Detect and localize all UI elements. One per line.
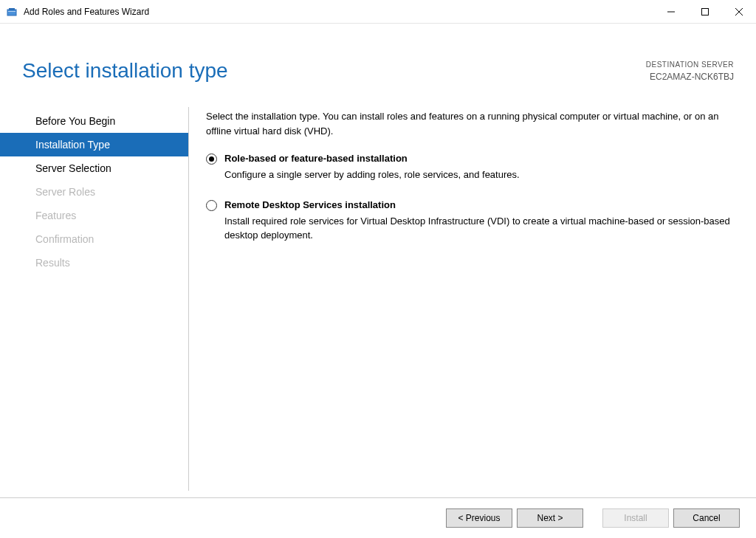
main-content: Select the installation type. You can in… — [188, 106, 734, 497]
option-text: Role-based or feature-based installation… — [224, 151, 734, 182]
sidebar: Before You Begin Installation Type Serve… — [0, 106, 188, 497]
maximize-button[interactable] — [688, 0, 722, 24]
cancel-button[interactable]: Cancel — [673, 508, 740, 528]
button-label: < Previous — [458, 513, 500, 523]
button-label: Cancel — [693, 513, 720, 523]
sidebar-item-label: Server Roles — [35, 186, 95, 198]
sidebar-separator — [188, 107, 189, 491]
option-text: Remote Desktop Services installation Ins… — [224, 198, 734, 243]
svg-rect-2 — [8, 11, 16, 12]
sidebar-item-confirmation: Confirmation — [0, 227, 188, 251]
button-label: Install — [624, 513, 647, 523]
svg-rect-0 — [7, 10, 16, 15]
destination-server: DESTINATION SERVER EC2AMAZ-NCK6TBJ — [646, 59, 734, 83]
sidebar-item-server-roles: Server Roles — [0, 180, 188, 204]
option-title: Remote Desktop Services installation — [224, 198, 734, 213]
sidebar-item-before-you-begin[interactable]: Before You Begin — [0, 109, 188, 133]
destination-server-label: DESTINATION SERVER — [646, 59, 734, 70]
titlebar: Add Roles and Features Wizard — [0, 0, 756, 24]
radio-role-based[interactable] — [206, 154, 217, 165]
sidebar-item-label: Confirmation — [35, 233, 94, 245]
body-area: Before You Begin Installation Type Serve… — [0, 106, 756, 497]
previous-button[interactable]: < Previous — [446, 508, 512, 528]
option-role-based[interactable]: Role-based or feature-based installation… — [206, 151, 734, 182]
sidebar-item-label: Features — [35, 210, 76, 221]
header: Select installation type DESTINATION SER… — [0, 24, 756, 106]
intro-text: Select the installation type. You can in… — [206, 109, 734, 138]
destination-server-name: EC2AMAZ-NCK6TBJ — [646, 70, 734, 83]
sidebar-item-server-selection[interactable]: Server Selection — [0, 156, 188, 180]
svg-rect-1 — [9, 8, 15, 10]
titlebar-controls — [654, 0, 756, 24]
sidebar-item-label: Installation Type — [35, 139, 110, 151]
sidebar-item-label: Results — [35, 257, 70, 269]
sidebar-item-installation-type[interactable]: Installation Type — [0, 133, 188, 156]
next-button[interactable]: Next > — [517, 508, 583, 528]
radio-remote-desktop[interactable] — [206, 200, 217, 211]
option-remote-desktop[interactable]: Remote Desktop Services installation Ins… — [206, 198, 734, 243]
install-button: Install — [602, 508, 669, 528]
titlebar-left: Add Roles and Features Wizard — [6, 6, 149, 18]
footer: < Previous Next > Install Cancel — [0, 497, 756, 538]
sidebar-item-label: Before You Begin — [35, 115, 115, 127]
sidebar-item-label: Server Selection — [35, 162, 111, 174]
svg-rect-4 — [702, 8, 709, 15]
page-title: Select installation type — [22, 59, 228, 83]
option-desc: Configure a single server by adding role… — [224, 168, 734, 182]
close-button[interactable] — [722, 0, 756, 24]
sidebar-item-results: Results — [0, 251, 188, 275]
minimize-button[interactable] — [654, 0, 688, 24]
sidebar-item-features: Features — [0, 204, 188, 227]
app-icon — [6, 6, 18, 18]
option-desc: Install required role services for Virtu… — [224, 214, 734, 243]
window-title: Add Roles and Features Wizard — [24, 7, 149, 17]
button-label: Next > — [537, 513, 563, 523]
option-title: Role-based or feature-based installation — [224, 151, 734, 166]
